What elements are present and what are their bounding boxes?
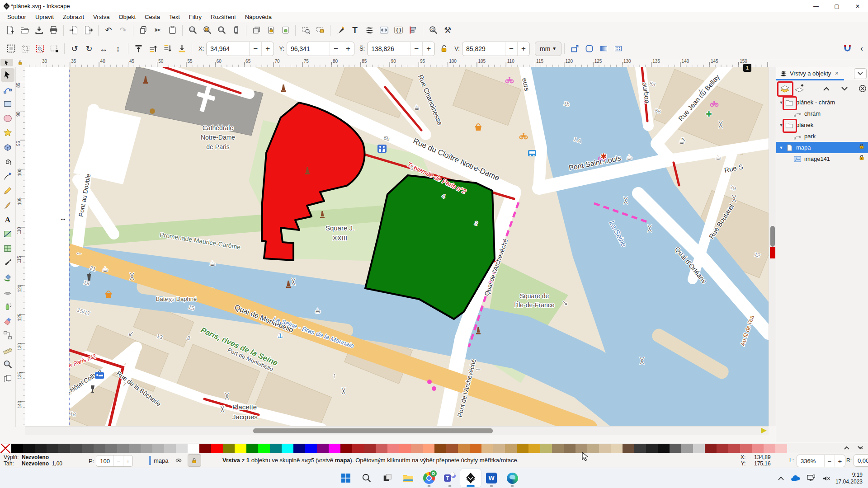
field-value[interactable]: 96,341 xyxy=(287,45,330,52)
palette-swatch-47[interactable] xyxy=(564,444,576,453)
palette-swatch-43[interactable] xyxy=(517,444,528,453)
palette-swatch-0[interactable] xyxy=(11,444,23,453)
palette-swatch-18[interactable] xyxy=(223,444,235,453)
map-image[interactable]: Rue du Cloître Notre-DameRue Chanoinesse… xyxy=(69,67,769,426)
palette-swatch-13[interactable] xyxy=(164,444,176,453)
palette-swatch-3[interactable] xyxy=(47,444,58,453)
layer-visibility-icon[interactable] xyxy=(174,457,183,464)
add-layer-button[interactable] xyxy=(793,83,805,94)
palette-scroll-down-button[interactable] xyxy=(854,444,866,452)
menu-item-filtry[interactable]: Filtry xyxy=(184,13,206,21)
taskbar-explorer[interactable] xyxy=(398,469,419,487)
palette-swatch-12[interactable] xyxy=(152,444,164,453)
palette-swatch-60[interactable] xyxy=(717,444,728,453)
palette-swatch-6[interactable] xyxy=(82,444,94,453)
palette-swatch-58[interactable] xyxy=(693,444,705,453)
palette-swatch-52[interactable] xyxy=(623,444,634,453)
clone-button[interactable] xyxy=(264,23,278,37)
palette-swatch-22[interactable] xyxy=(270,444,282,453)
close-button[interactable]: ✕ xyxy=(847,0,868,12)
palette-swatch-1[interactable] xyxy=(23,444,35,453)
remove-item-button[interactable] xyxy=(857,83,868,94)
palette-swatch-61[interactable] xyxy=(728,444,740,453)
desel-button[interactable] xyxy=(47,42,61,56)
palette-swatch-7[interactable] xyxy=(94,444,105,453)
taskbar-search[interactable] xyxy=(356,469,377,487)
tool-pencil[interactable] xyxy=(1,184,14,197)
expander-icon[interactable]: ▼ xyxy=(778,123,784,127)
cut-button[interactable]: ✂ xyxy=(151,23,165,37)
prefs-button[interactable]: ⚒ xyxy=(441,23,454,37)
rotation-field[interactable]: 0,00° − + xyxy=(854,454,868,467)
rotccw-button[interactable]: ↺ xyxy=(68,42,81,56)
zoom-plus-button[interactable]: + xyxy=(835,457,845,465)
palette-swatch-21[interactable] xyxy=(258,444,270,453)
horizontal-scrollbar[interactable] xyxy=(25,426,769,435)
palette-swatch-56[interactable] xyxy=(670,444,681,453)
redo-button[interactable]: ↷ xyxy=(116,23,130,37)
palette-swatch-36[interactable] xyxy=(434,444,446,453)
palette-swatch-64[interactable] xyxy=(764,444,775,453)
palette-swatch-10[interactable] xyxy=(129,444,141,453)
palette-scroll-up-button[interactable] xyxy=(841,444,853,452)
palette-swatch-37[interactable] xyxy=(446,444,458,453)
taskbar-inkscape[interactable] xyxy=(460,469,481,487)
sellayers-button[interactable] xyxy=(19,42,32,56)
palette-swatch-41[interactable] xyxy=(493,444,505,453)
palette-swatch-39[interactable] xyxy=(470,444,481,453)
canvas[interactable]: Rue du Cloître Notre-DameRue Chanoinesse… xyxy=(25,67,769,426)
magnet-button[interactable] xyxy=(840,42,854,55)
tobottom-button[interactable] xyxy=(175,42,189,56)
palette-swatch-11[interactable] xyxy=(141,444,152,453)
taskbar-teams[interactable]: T xyxy=(439,469,460,487)
fillstroke-button[interactable] xyxy=(334,23,347,37)
palette-swatch-30[interactable] xyxy=(364,444,376,453)
field-v[interactable]: 85,829−+ xyxy=(462,42,530,56)
copy-button[interactable] xyxy=(137,23,150,37)
palette-swatch-45[interactable] xyxy=(540,444,552,453)
palette-swatch-26[interactable] xyxy=(317,444,329,453)
layer-row-plnekchrm[interactable]: ▼plánek - chrám xyxy=(776,97,868,108)
raise-button[interactable] xyxy=(146,42,160,56)
palette-swatch-14[interactable] xyxy=(176,444,188,453)
palette-swatch-51[interactable] xyxy=(611,444,623,453)
menu-item-text[interactable]: Text xyxy=(165,13,184,21)
layer-lock-button[interactable] xyxy=(188,454,201,467)
tool-drop[interactable] xyxy=(1,256,14,270)
collapse-button[interactable]: ‹ xyxy=(855,42,868,55)
display-icon[interactable] xyxy=(807,474,816,482)
taskbar-edge[interactable] xyxy=(502,469,523,487)
onedrive-icon[interactable] xyxy=(790,475,800,482)
spin-plus[interactable]: + xyxy=(423,44,434,53)
tcorners-button[interactable] xyxy=(582,42,596,56)
editsel2-button[interactable] xyxy=(313,23,327,37)
palette-swatch-9[interactable] xyxy=(117,444,129,453)
spin-minus[interactable]: − xyxy=(410,44,422,53)
tab-layers-objects[interactable]: Vrstvy a objekty ✕ xyxy=(776,67,868,80)
tscale-button[interactable] xyxy=(568,42,581,56)
tool-page[interactable] xyxy=(1,372,14,385)
palette-swatch-40[interactable] xyxy=(481,444,493,453)
tgrad-button[interactable] xyxy=(597,42,610,56)
layersdlg-button[interactable] xyxy=(363,23,376,37)
field-x[interactable]: 34,964−+ xyxy=(206,42,274,56)
palette-swatch-32[interactable] xyxy=(387,444,399,453)
layer-row-park[interactable]: park xyxy=(776,131,868,142)
layer-row-mapa[interactable]: ▼mapa xyxy=(776,142,868,153)
tool-text[interactable]: A xyxy=(1,213,14,226)
palette-swatch-50[interactable] xyxy=(599,444,611,453)
palette-swatch-62[interactable] xyxy=(740,444,752,453)
dimension-lock-button[interactable] xyxy=(437,42,450,56)
palette-swatch-63[interactable] xyxy=(752,444,764,453)
print-button[interactable] xyxy=(47,23,60,37)
tool-star[interactable] xyxy=(1,126,14,140)
panel-close-icon[interactable]: ✕ xyxy=(835,70,839,76)
tool-mesh[interactable] xyxy=(1,242,14,255)
tool-eras[interactable] xyxy=(1,314,14,328)
guide-handle-icon[interactable]: ↔ xyxy=(60,214,66,222)
zoomdraw-button[interactable] xyxy=(200,23,214,37)
palette-swatch-57[interactable] xyxy=(681,444,693,453)
palette-swatch-17[interactable] xyxy=(211,444,223,453)
palette-swatch-53[interactable] xyxy=(634,444,646,453)
expander-icon[interactable]: ▼ xyxy=(778,100,784,105)
